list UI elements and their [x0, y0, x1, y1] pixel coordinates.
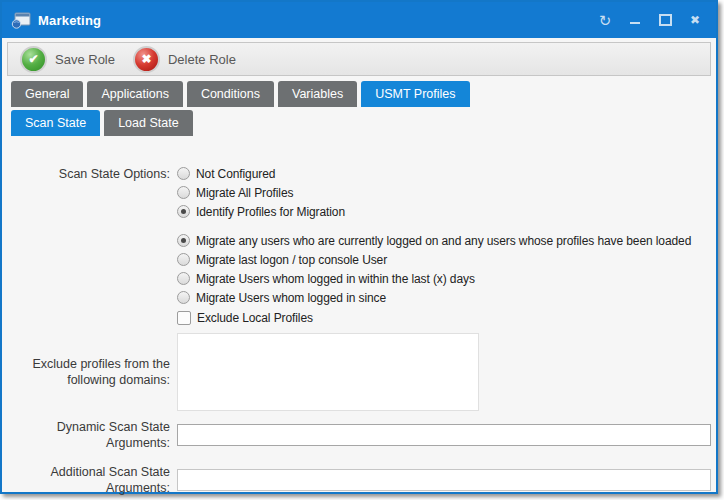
radio-icon[interactable]: [177, 167, 190, 180]
radio-migrate-logged-on-users[interactable]: Migrate any users who are currently logg…: [177, 231, 691, 250]
checkbox-label: Exclude Local Profiles: [197, 311, 313, 325]
radio-icon[interactable]: [177, 272, 190, 285]
dynamic-scan-state-arguments-input[interactable]: [177, 424, 711, 446]
exclude-domains-row: Exclude profiles from the following doma…: [2, 333, 716, 411]
save-check-icon: ✔: [20, 46, 47, 73]
exclude-local-profiles-checkbox-row[interactable]: Exclude Local Profiles: [177, 308, 691, 327]
dynamic-args-label: Dynamic Scan State Arguments:: [2, 419, 177, 452]
tab-conditions[interactable]: Conditions: [187, 81, 274, 107]
radio-migrate-all-profiles[interactable]: Migrate All Profiles: [177, 183, 691, 202]
radio-label: Migrate Users whom logged in within the …: [196, 272, 475, 286]
radio-label: Migrate last logon / top console User: [196, 253, 387, 267]
marketing-dialog: Marketing ↻ ✖ ✔ Save Role ✖ Delete Role …: [0, 0, 718, 494]
radio-icon[interactable]: [177, 234, 190, 247]
close-icon[interactable]: ✖: [680, 7, 710, 33]
radio-label: Identify Profiles for Migration: [196, 205, 345, 219]
exclude-domains-label: Exclude profiles from the following doma…: [2, 333, 177, 411]
title-bar[interactable]: Marketing ↻ ✖: [2, 2, 716, 38]
radio-migrate-since[interactable]: Migrate Users whom logged in since: [177, 288, 691, 307]
radio-migrate-last-logon[interactable]: Migrate last logon / top console User: [177, 250, 691, 269]
radio-identify-profiles[interactable]: Identify Profiles for Migration: [177, 202, 691, 221]
tab-applications[interactable]: Applications: [87, 81, 182, 107]
radio-icon[interactable]: [177, 205, 190, 218]
radio-label: Migrate any users who are currently logg…: [196, 234, 691, 248]
radio-icon[interactable]: [177, 186, 190, 199]
app-window-icon: [11, 12, 31, 29]
scan-state-options-group: Not Configured Migrate All Profiles Iden…: [177, 164, 691, 327]
radio-icon[interactable]: [177, 253, 190, 266]
scan-state-options-label: Scan State Options:: [2, 164, 177, 327]
main-tab-strip: General Applications Conditions Variable…: [11, 81, 716, 107]
save-role-label: Save Role: [55, 52, 115, 67]
tab-variables[interactable]: Variables: [278, 81, 357, 107]
delete-role-button[interactable]: ✖ Delete Role: [129, 45, 250, 73]
radio-label: Migrate All Profiles: [196, 186, 293, 200]
group-gap: [177, 221, 691, 231]
additional-args-row: Additional Scan State Arguments:: [2, 464, 716, 497]
additional-scan-state-arguments-input[interactable]: [177, 469, 711, 491]
exclude-domains-textarea[interactable]: [177, 333, 479, 411]
delete-role-label: Delete Role: [168, 52, 236, 67]
scan-state-options-row: Scan State Options: Not Configured Migra…: [2, 164, 716, 327]
additional-args-label: Additional Scan State Arguments:: [2, 464, 177, 497]
radio-label: Migrate Users whom logged in since: [196, 291, 386, 305]
radio-label: Not Configured: [196, 167, 275, 181]
toolbar: ✔ Save Role ✖ Delete Role: [7, 42, 711, 76]
tab-load-state[interactable]: Load State: [104, 110, 192, 136]
tab-usmt-profiles[interactable]: USMT Profiles: [361, 81, 469, 107]
minimize-icon[interactable]: [620, 7, 650, 33]
save-role-button[interactable]: ✔ Save Role: [16, 45, 129, 73]
tab-scan-state[interactable]: Scan State: [11, 110, 100, 136]
radio-icon[interactable]: [177, 291, 190, 304]
checkbox-icon[interactable]: [177, 311, 191, 325]
refresh-icon[interactable]: ↻: [590, 7, 620, 33]
sub-tab-strip: Scan State Load State: [11, 110, 716, 136]
dynamic-args-row: Dynamic Scan State Arguments:: [2, 419, 716, 452]
scan-state-form: Scan State Options: Not Configured Migra…: [2, 164, 716, 496]
screen: Marketing ↻ ✖ ✔ Save Role ✖ Delete Role …: [0, 0, 724, 500]
radio-migrate-last-x-days[interactable]: Migrate Users whom logged in within the …: [177, 269, 691, 288]
window-title: Marketing: [38, 13, 101, 28]
tab-general[interactable]: General: [11, 81, 83, 107]
delete-cross-icon: ✖: [133, 46, 160, 73]
radio-not-configured[interactable]: Not Configured: [177, 164, 691, 183]
maximize-icon[interactable]: [650, 7, 680, 33]
